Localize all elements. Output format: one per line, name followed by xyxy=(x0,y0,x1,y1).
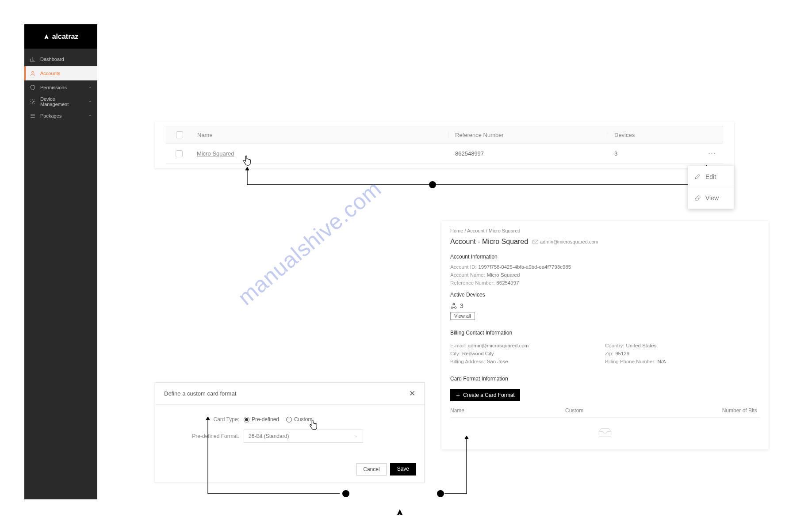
sidebar-item-dashboard[interactable]: Dashboard xyxy=(24,52,97,66)
devices-count-value: 3 xyxy=(460,302,463,309)
cursor-hand-icon xyxy=(308,420,318,431)
row-actions-button[interactable]: ··· xyxy=(708,149,716,158)
annotation-dot xyxy=(342,490,349,497)
sidebar-item-permissions[interactable]: Permissions xyxy=(24,80,97,95)
sidebar-item-accounts[interactable]: Accounts xyxy=(24,66,97,80)
chevron-down-icon xyxy=(88,113,92,118)
crumb-current: Micro Squared xyxy=(489,228,521,233)
account-name-value: Micro Squared xyxy=(487,272,520,278)
column-header-devices: Devices xyxy=(608,132,701,138)
svg-point-1 xyxy=(32,101,34,103)
cursor-hand-icon xyxy=(242,156,252,167)
section-active-devices: Active Devices xyxy=(450,292,760,298)
radio-predefined[interactable] xyxy=(244,417,249,422)
gear-icon xyxy=(30,99,36,105)
billing-email: admin@microsquared.com xyxy=(468,343,529,348)
svg-point-4 xyxy=(455,307,456,308)
column-header-reference: Reference Number xyxy=(448,132,608,138)
radio-predefined-label: Pre-defined xyxy=(252,416,279,422)
sidebar-item-packages[interactable]: Packages xyxy=(24,109,97,123)
billing-city: Redwood City xyxy=(462,351,494,356)
active-devices-count: 3 xyxy=(450,302,760,309)
chevron-down-icon xyxy=(88,99,92,104)
sidebar-item-device-management[interactable]: Device Management xyxy=(24,95,97,109)
brand-logo: alcatraz xyxy=(24,24,97,49)
radio-custom[interactable] xyxy=(286,417,292,422)
svg-point-3 xyxy=(451,307,453,308)
section-card-format: Card Format Information xyxy=(450,376,760,382)
nav: Dashboard Accounts Permissions Device Ma… xyxy=(24,49,97,123)
chevron-down-icon xyxy=(88,85,92,90)
account-name-link[interactable]: Micro Squared xyxy=(197,150,234,157)
row-checkbox[interactable] xyxy=(176,150,183,157)
shield-icon xyxy=(30,84,36,91)
cf-col-custom: Custom xyxy=(565,407,680,414)
sidebar-item-label: Packages xyxy=(40,113,61,118)
bar-chart-icon xyxy=(30,56,36,62)
action-label: View xyxy=(705,194,719,202)
cell-devices: 3 xyxy=(608,150,701,157)
select-all-checkbox[interactable] xyxy=(176,131,183,138)
account-id-value: 1997f758-0425-4bfa-a9bd-ea4f7793c985 xyxy=(478,264,571,270)
action-view[interactable]: View xyxy=(688,187,734,209)
account-detail-panel: Home / Account / Micro Squared Account -… xyxy=(441,221,769,449)
save-button[interactable]: Save xyxy=(390,463,416,476)
predefined-format-value: 26-Bit (Standard) xyxy=(249,433,289,439)
account-email: admin@microsquared.com xyxy=(532,239,598,244)
row-action-menu: Edit View xyxy=(688,166,734,209)
plus-icon xyxy=(456,393,460,398)
table-header-row: Name Reference Number Devices xyxy=(166,126,723,144)
link-icon xyxy=(694,195,701,202)
billing-address: San Jose xyxy=(487,359,508,364)
email-text: admin@microsquared.com xyxy=(540,239,598,244)
billing-country: United States xyxy=(626,343,656,348)
chevron-down-icon xyxy=(354,434,358,438)
user-icon xyxy=(30,70,36,76)
sidebar: alcatraz Dashboard Accounts Permissions … xyxy=(24,24,97,499)
svg-rect-2 xyxy=(533,240,538,244)
modal-close-button[interactable]: ✕ xyxy=(409,389,415,398)
alcatraz-mark-icon xyxy=(396,508,404,517)
action-label: Edit xyxy=(705,173,716,180)
sidebar-item-label: Permissions xyxy=(40,85,67,90)
svg-point-0 xyxy=(32,71,34,73)
card-format-table-header: Name Custom Number of Bits xyxy=(450,407,760,418)
column-header-name: Name xyxy=(193,132,448,138)
card-format-modal: Define a custom card format ✕ Card Type:… xyxy=(155,382,425,483)
page-title: Account - Micro Squared xyxy=(450,238,528,246)
cf-col-name: Name xyxy=(450,407,565,414)
cf-col-bits: Number of Bits xyxy=(680,407,760,414)
mail-icon xyxy=(532,240,538,244)
empty-state-icon xyxy=(450,426,760,439)
list-icon xyxy=(30,113,36,119)
predefined-format-label: Pre-defined Format: xyxy=(169,433,244,439)
action-edit[interactable]: Edit xyxy=(688,166,734,187)
card-type-label: Card Type: xyxy=(169,416,244,422)
edit-icon xyxy=(694,173,701,180)
predefined-format-select[interactable]: 26-Bit (Standard) xyxy=(244,430,363,443)
sidebar-item-label: Device Management xyxy=(40,96,84,107)
modal-title: Define a custom card format xyxy=(164,390,236,397)
reference-value: 86254997 xyxy=(496,280,519,285)
crumb-account[interactable]: Account xyxy=(467,228,485,233)
billing-zip: 95129 xyxy=(615,351,629,356)
view-all-devices-button[interactable]: View all xyxy=(450,312,475,320)
annotation-dot xyxy=(429,181,436,188)
cell-reference: 862548997 xyxy=(449,150,608,157)
breadcrumb: Home / Account / Micro Squared xyxy=(450,228,760,233)
sidebar-item-label: Accounts xyxy=(40,71,60,76)
create-card-format-button[interactable]: Create a Card Format xyxy=(450,389,520,401)
create-card-format-label: Create a Card Format xyxy=(463,392,515,398)
annotation-dot xyxy=(437,490,444,497)
section-billing: Billing Contact Information xyxy=(450,330,760,336)
sidebar-item-label: Dashboard xyxy=(40,57,64,62)
devices-icon xyxy=(450,302,457,309)
billing-phone: N/A xyxy=(657,359,666,364)
crumb-home[interactable]: Home xyxy=(450,228,463,233)
brand-name: alcatraz xyxy=(52,33,79,41)
cancel-button[interactable]: Cancel xyxy=(356,463,386,476)
section-account-info: Account Information xyxy=(450,254,760,260)
